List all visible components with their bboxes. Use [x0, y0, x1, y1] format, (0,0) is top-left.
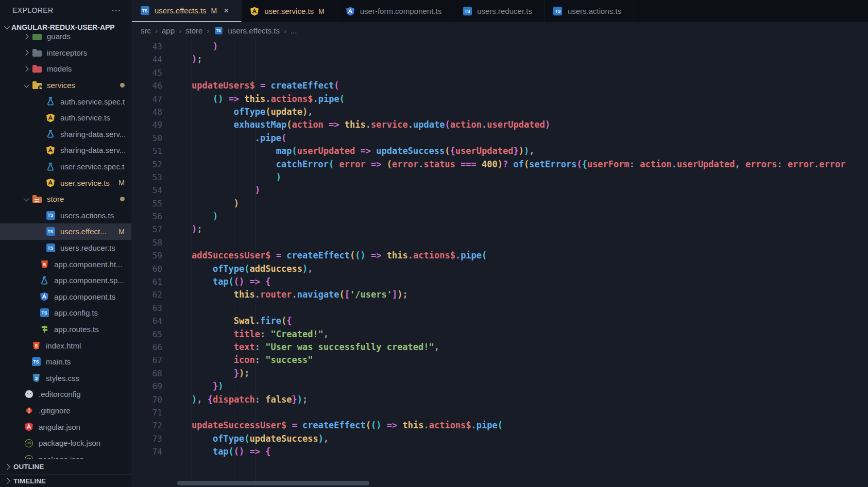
code-text: exhaustMap(action => this.service.update…	[171, 118, 868, 131]
code-text: ofType(update),	[171, 106, 868, 118]
code-line[interactable]: 56 )	[132, 210, 868, 223]
code-line[interactable]: 65 title: "Created!",	[132, 328, 868, 341]
tree-item-label: package-lock.json	[39, 439, 100, 447]
code-line[interactable]: 52 catchError( error => (error.status ==…	[132, 158, 868, 171]
tree-item[interactable]: TSusers.actions.ts	[0, 207, 131, 224]
flask-icon	[45, 96, 56, 107]
timeline-section[interactable]: TIMELINE	[0, 474, 131, 487]
breadcrumb-item[interactable]: app	[162, 26, 175, 35]
breadcrumb[interactable]: src›app›store›TSusers.effects.ts›...	[132, 22, 868, 39]
code-line[interactable]: 48 ofType(update),	[132, 106, 868, 118]
line-number: 43	[132, 40, 171, 53]
line-number: 68	[132, 367, 171, 380]
tree-item[interactable]: models	[0, 61, 131, 77]
tree-item[interactable]: JSpackage.json	[0, 451, 131, 459]
code-line[interactable]: 46 updateUsers$ = createEffect(	[132, 79, 868, 92]
tree-item[interactable]: auth.service.spec.ts	[0, 93, 131, 110]
line-number: 48	[132, 106, 171, 118]
code-line[interactable]: 54 )	[132, 184, 868, 197]
tree-item[interactable]: app.component.ts	[0, 289, 131, 305]
tree-item[interactable]: store	[0, 191, 131, 207]
tree-item[interactable]: TSusers.reducer.ts	[0, 240, 131, 256]
tree-item[interactable]: interceptors	[0, 45, 131, 61]
code-line[interactable]: 50 .pipe(	[132, 132, 868, 145]
line-number: 47	[132, 93, 171, 106]
tree-item[interactable]: TSmain.ts	[0, 354, 131, 370]
code-line[interactable]: 69 })	[132, 380, 868, 393]
tree-item[interactable]: TSusers.effect...M	[0, 223, 131, 240]
code-editor[interactable]: 43 )44 );4546 updateUsers$ = createEffec…	[132, 39, 868, 487]
code-line[interactable]: 70 ), {dispatch: false});	[132, 393, 868, 406]
ng-yellow-icon	[45, 113, 56, 123]
tree-item[interactable]: user.service.spec.ts	[0, 159, 131, 175]
code-line[interactable]: 72 updateSuccessUser$ = createEffect(() …	[132, 419, 868, 432]
ts-icon: TS	[214, 26, 223, 35]
tab-user.service.ts[interactable]: user.service.tsM	[242, 0, 337, 22]
tree-item-label: app.component.sp...	[54, 276, 124, 285]
breadcrumb-symbol-tail[interactable]: ...	[291, 26, 297, 35]
tree-item[interactable]: TSapp.config.ts	[0, 305, 131, 321]
code-line[interactable]: 55 )	[132, 197, 868, 210]
code-line[interactable]: 74 tap(() => {	[132, 445, 868, 458]
tree-item[interactable]: 5app.component.ht...	[0, 256, 131, 272]
code-line[interactable]: 58	[132, 236, 868, 249]
breadcrumb-file[interactable]: users.effects.ts	[228, 26, 280, 35]
code-line[interactable]: 51 map(userUpdated => updateSuccess({use…	[132, 145, 868, 158]
tab-users.actions.ts[interactable]: TSusers.actions.ts	[545, 0, 634, 22]
jslock-icon: JS	[24, 454, 34, 459]
outline-section[interactable]: OUTLINE	[0, 459, 131, 474]
tree-item-label: .gitignore	[39, 406, 71, 415]
tree-item[interactable]: services	[0, 77, 131, 94]
code-line[interactable]: 62 this.router.navigate(['/users']);	[132, 288, 868, 301]
code-line[interactable]: 66 text: "User was successfully created!…	[132, 341, 868, 354]
workspace-root-header[interactable]: ANGULAR-REDUX-USER-APP	[0, 21, 131, 34]
tree-item[interactable]: sharing-data.serv...	[0, 142, 131, 159]
workspace-root-label: ANGULAR-REDUX-USER-APP	[11, 23, 115, 31]
tree-item-label: app.routes.ts	[54, 325, 99, 334]
code-line[interactable]: 63	[132, 302, 868, 315]
folder-icon	[32, 64, 42, 74]
code-line[interactable]: 53 )	[132, 171, 868, 184]
more-actions-icon[interactable]: ⋯	[111, 8, 122, 13]
tab-users.reducer.ts[interactable]: TSusers.reducer.ts	[454, 0, 545, 22]
tree-item[interactable]: app.component.sp...	[0, 272, 131, 289]
code-line[interactable]: 49 exhaustMap(action => this.service.upd…	[132, 118, 868, 131]
tree-item[interactable]: app.routes.ts	[0, 321, 131, 338]
tree-item[interactable]: JSpackage-lock.json	[0, 435, 131, 451]
code-line[interactable]: 73 ofType(updateSuccess),	[132, 432, 868, 445]
code-line[interactable]: 57 );	[132, 223, 868, 236]
editorconfig-icon	[24, 389, 34, 399]
code-content[interactable]: 43 )44 );4546 updateUsers$ = createEffec…	[132, 39, 868, 459]
tree-item[interactable]: 3styles.css	[0, 370, 131, 386]
tree-item[interactable]: angular.json	[0, 419, 131, 435]
horizontal-scrollbar[interactable]	[177, 481, 369, 485]
tree-item[interactable]: user.service.tsM	[0, 175, 131, 191]
timeline-label: TIMELINE	[13, 477, 46, 485]
tab-label: users.reducer.ts	[477, 7, 532, 15]
close-icon[interactable]: ×	[224, 6, 229, 15]
code-line[interactable]: 60 ofType(addSuccess),	[132, 263, 868, 275]
code-line[interactable]: 64 Swal.fire({	[132, 315, 868, 327]
breadcrumb-item[interactable]: store	[185, 26, 202, 35]
tab-users.effects.ts[interactable]: TSusers.effects.tsM×	[132, 0, 242, 22]
code-line[interactable]: 59 addSuccessUser$ = createEffect(() => …	[132, 249, 868, 262]
tree-item[interactable]: sharing-data.serv...	[0, 126, 131, 143]
outline-label: OUTLINE	[13, 463, 44, 471]
tree-item[interactable]: .editorconfig	[0, 386, 131, 403]
breadcrumb-item[interactable]: src	[141, 26, 151, 35]
tree-item[interactable]: .gitignore	[0, 403, 131, 419]
code-line[interactable]: 44 );	[132, 53, 868, 66]
tree-item[interactable]: 5index.html	[0, 337, 131, 354]
tree-item[interactable]: auth.service.ts	[0, 110, 131, 126]
code-line[interactable]: 47 () => this.actions$.pipe(	[132, 93, 868, 106]
code-text: ), {dispatch: false});	[171, 393, 868, 406]
line-number: 53	[132, 171, 171, 184]
tab-user-form.component.ts[interactable]: user-form.component.ts	[337, 0, 454, 22]
code-line[interactable]: 43 )	[132, 40, 868, 53]
code-line[interactable]: 68 });	[132, 367, 868, 380]
code-line[interactable]: 61 tap(() => {	[132, 275, 868, 288]
code-text	[171, 406, 868, 419]
code-line[interactable]: 45	[132, 66, 868, 79]
code-line[interactable]: 67 icon: "success"	[132, 354, 868, 367]
code-line[interactable]: 71	[132, 406, 868, 419]
